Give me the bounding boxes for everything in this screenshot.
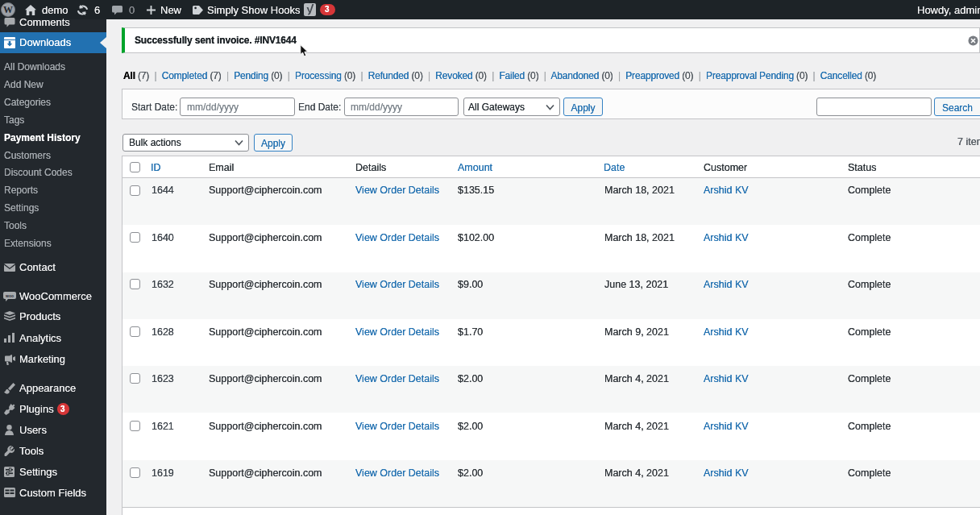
svg-text:W: W	[3, 4, 13, 15]
svg-text:woo: woo	[5, 293, 14, 298]
